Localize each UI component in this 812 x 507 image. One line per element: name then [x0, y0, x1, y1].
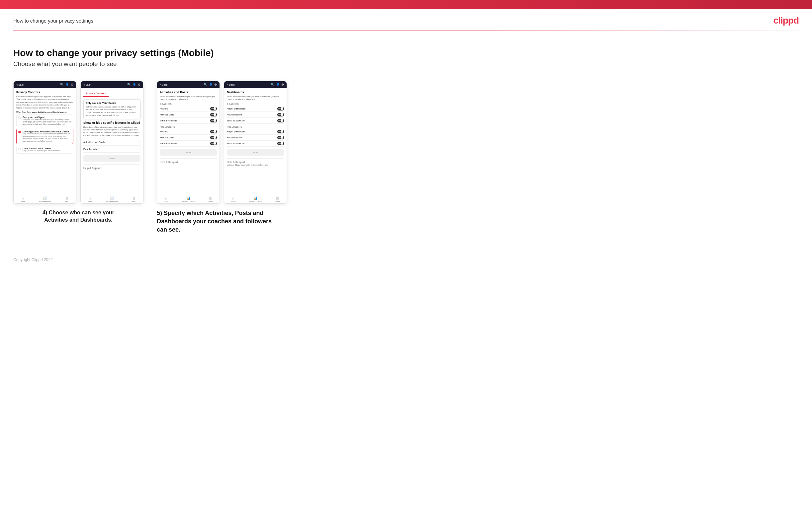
screen2-tab-performance[interactable]: 📊 My Performance: [106, 196, 118, 203]
screen1-option1-desc: Everyone on Clippd can search for you an…: [22, 118, 71, 125]
screen4-coaches-insights-label: Round Insights: [227, 113, 243, 116]
screen1-body: Privacy Controls Control how you and you…: [14, 88, 76, 158]
screen3-coaches-drills-toggle[interactable]: ON: [210, 113, 217, 116]
chart-icon2: 📊: [110, 196, 114, 200]
screen4-tab-performance[interactable]: 📊 My Performance: [249, 196, 262, 203]
screen2-tab-home[interactable]: ⌂ Home: [88, 196, 92, 203]
people-icon2[interactable]: 👤: [133, 83, 136, 86]
screen3-followers-drills-toggle[interactable]: ON: [210, 136, 217, 139]
group-right: < Back 🔍 👤 ⚙ Activities and Posts Select…: [157, 81, 287, 234]
screen3-title: Activities and Posts: [160, 91, 217, 94]
copyright: Copyright Clippd 2022: [13, 258, 53, 262]
screen4-followers-workon-toggle[interactable]: ON: [277, 142, 284, 145]
screen4-coaches-insights-toggle[interactable]: ON: [277, 113, 284, 116]
people-icon4[interactable]: 👤: [276, 83, 280, 86]
screen3-back[interactable]: < Back: [160, 83, 167, 86]
screen3-text: Select the types of activity that you'd …: [160, 95, 217, 101]
settings-icon2[interactable]: ⚙: [138, 83, 141, 86]
people-icon3[interactable]: 👤: [209, 83, 212, 86]
screen4-coaches-insights: Round Insights ON: [227, 112, 284, 118]
screen3-coaches-manual-toggle[interactable]: ON: [210, 119, 217, 122]
screen3-followers-manual-label: Manual Activities: [160, 143, 177, 145]
screen2-popup: Only You and Your Coach Only you and the…: [83, 99, 141, 119]
screen4-save-btn[interactable]: Save: [227, 149, 284, 156]
screen4-help-text: Visit our Clippd community to troublesho…: [227, 164, 284, 166]
screen4-followers-player-toggle[interactable]: ON: [277, 130, 284, 133]
screen3-body: Activities and Posts Select the types of…: [157, 88, 219, 166]
screen2-tab-menu[interactable]: ☰ Menu: [132, 196, 137, 203]
screen2-back[interactable]: < Back: [83, 83, 91, 86]
screen3-tab-menu[interactable]: ☰ Menu: [209, 196, 213, 203]
screen3-tab-performance-label: My Performance: [182, 201, 195, 203]
screen4-coaches-player-toggle[interactable]: ON: [277, 107, 284, 111]
screen1-tab-performance[interactable]: 📊 My Performance: [39, 196, 51, 203]
screen3-followers-rounds-toggle[interactable]: ON: [210, 130, 217, 133]
screen4-coaches-label: COACHES: [227, 103, 284, 105]
menu-icon3: ☰: [209, 196, 212, 200]
search-icon3[interactable]: 🔍: [204, 83, 207, 86]
chevron-right-icon2: ›: [140, 147, 141, 151]
screen2-tab-menu-label: Menu: [132, 201, 137, 203]
people-icon[interactable]: 👤: [65, 83, 69, 86]
search-icon4[interactable]: 🔍: [271, 83, 274, 86]
screen2-save-btn[interactable]: Save: [83, 155, 141, 162]
screen4-back[interactable]: < Back: [227, 83, 235, 86]
menu-icon: ☰: [65, 196, 68, 200]
screen4-body: Dashboards Select the dashboards that yo…: [224, 88, 287, 171]
group-left: < Back 🔍 👤 ⚙ Privacy Controls Control ho…: [13, 81, 144, 224]
search-icon2[interactable]: 🔍: [127, 83, 131, 86]
screen2-tab[interactable]: Privacy Controls: [83, 91, 109, 97]
screen1-back[interactable]: < Back: [16, 83, 24, 86]
menu-icon2: ☰: [133, 196, 136, 200]
screen4-coaches-workon-toggle[interactable]: ON: [277, 119, 284, 122]
screen3-save-btn[interactable]: Save: [160, 149, 217, 156]
screen1-option2[interactable]: Only Approved Followers and Your Coach O…: [16, 129, 73, 144]
screen2-link2[interactable]: Dashboards ›: [83, 146, 141, 153]
screen4-followers-insights-label: Round Insights: [227, 136, 243, 139]
screen3-help: Help & Support: [160, 158, 217, 164]
chart-icon: 📊: [43, 196, 47, 200]
screen2-link1[interactable]: Activities and Posts ›: [83, 139, 141, 146]
screen1-option1[interactable]: Everyone on Clippd Everyone on Clippd ca…: [16, 114, 73, 127]
home-icon4: ⌂: [233, 196, 235, 200]
screen1-tab-menu[interactable]: ☰ Menu: [65, 196, 69, 203]
screen3-tab-performance[interactable]: 📊 My Performance: [182, 196, 195, 203]
page-title: How to change your privacy settings (Mob…: [13, 48, 799, 58]
screen3-followers-drills-label: Practice Drills: [160, 136, 174, 139]
screen1-option2-title: Only Approved Followers and Your Coach: [22, 130, 71, 133]
screen2-link1-label: Activities and Posts: [83, 141, 105, 144]
screen4-tab-menu[interactable]: ☰ Menu: [276, 196, 280, 203]
screen1-option1-content: Everyone on Clippd Everyone on Clippd ca…: [22, 116, 71, 125]
settings-icon4[interactable]: ⚙: [281, 83, 284, 86]
phone-pair-left: < Back 🔍 👤 ⚙ Privacy Controls Control ho…: [13, 81, 144, 204]
screen1-tab-home[interactable]: ⌂ Home: [20, 196, 25, 203]
top-bar: [0, 0, 812, 9]
screen3-followers-manual-toggle[interactable]: ON: [210, 142, 217, 145]
screen3-coaches-rounds: Rounds ON: [160, 106, 217, 112]
screen1-option2-content: Only Approved Followers and Your Coach O…: [22, 130, 71, 143]
screen1-option3[interactable]: Only You and Your Coach Only you and the…: [16, 146, 73, 154]
screen1-tab-menu-label: Menu: [65, 201, 69, 203]
screen1-option3-title: Only You and Your Coach: [22, 147, 60, 150]
screen3-tab-menu-label: Menu: [209, 201, 213, 203]
screen4-navbar: < Back 🔍 👤 ⚙: [224, 81, 287, 88]
screen2-show-text: Regardless of the privacy controls that …: [83, 126, 141, 137]
screen1-option3-desc: Only you and the coaches you connect wit…: [22, 150, 60, 152]
screen3-followers-label: FOLLOWERS: [160, 126, 217, 128]
screen4-help: Help & Support: [227, 158, 284, 164]
screen3-coaches-drills: Practice Drills ON: [160, 112, 217, 118]
settings-icon3[interactable]: ⚙: [214, 83, 217, 86]
header: How to change your privacy settings clip…: [0, 9, 812, 31]
home-icon: ⌂: [22, 196, 24, 200]
search-icon[interactable]: 🔍: [60, 83, 64, 86]
screen4-tab-home[interactable]: ⌂ Home: [231, 196, 236, 203]
screen4-followers-insights-toggle[interactable]: ON: [277, 136, 284, 139]
screen3-bottom-bar: ⌂ Home 📊 My Performance ☰ Menu: [157, 195, 219, 204]
screen3-coaches-rounds-toggle[interactable]: ON: [210, 107, 217, 111]
settings-icon[interactable]: ⚙: [71, 83, 73, 86]
screen4-coaches-player: Player Dashboard ON: [227, 106, 284, 112]
screen3-followers-manual: Manual Activities ON: [160, 141, 217, 147]
screen3-tab-home[interactable]: ⌂ Home: [164, 196, 168, 203]
screen2-icons: 🔍 👤 ⚙: [127, 83, 141, 86]
screen3-coaches-label: COACHES: [160, 103, 217, 105]
